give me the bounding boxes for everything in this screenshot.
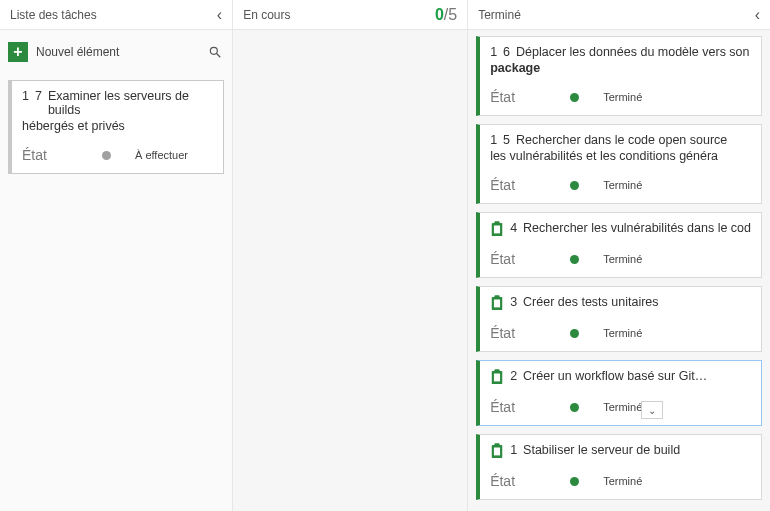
card-title: Créer des tests unitaires xyxy=(523,295,658,309)
clipboard-icon xyxy=(490,443,504,459)
card-index-1: 1 xyxy=(22,89,29,103)
plus-icon[interactable]: + xyxy=(8,42,28,62)
status-dot-icon xyxy=(102,151,111,160)
card-title-line2: les vulnérabilités et les conditions gén… xyxy=(490,149,751,163)
state-label: État xyxy=(490,251,546,267)
state-label: État xyxy=(490,399,546,415)
task-card[interactable]: 1 7 Examiner les serveurs de builds hébe… xyxy=(8,80,224,174)
card-title-bold: package xyxy=(490,61,751,75)
card-index-2: 5 xyxy=(503,133,510,147)
state-label: État xyxy=(490,89,546,105)
status-dot-icon xyxy=(570,477,579,486)
card-index-1: 1 xyxy=(490,133,497,147)
column-done-title: Terminé xyxy=(478,8,755,22)
svg-rect-9 xyxy=(495,369,500,373)
state-value: Terminé xyxy=(603,401,642,413)
new-item-label: Nouvel élément xyxy=(36,45,198,59)
state-value: Terminé xyxy=(603,253,642,265)
status-dot-icon xyxy=(570,93,579,102)
task-card[interactable]: 3 Créer des tests unitaires État Terminé xyxy=(476,286,762,352)
card-title: Créer un workflow basé sur Git… xyxy=(523,369,707,383)
status-dot-icon xyxy=(570,329,579,338)
card-index-2: 2 xyxy=(510,369,517,383)
done-cards: 1 6 Déplacer les données du modèle vers … xyxy=(468,30,770,506)
column-done: Terminé ‹ 1 6 Déplacer les données du mo… xyxy=(468,0,770,511)
column-todo: Liste des tâches ‹ + Nouvel élément 1 7 … xyxy=(0,0,233,511)
chevron-left-icon[interactable]: ‹ xyxy=(755,6,760,24)
column-todo-header: Liste des tâches ‹ xyxy=(0,0,232,30)
card-title: Rechercher les vulnérabilités dans le co… xyxy=(523,221,751,235)
card-index-2: 7 xyxy=(35,89,42,103)
svg-point-0 xyxy=(210,47,217,54)
svg-rect-12 xyxy=(495,443,500,447)
column-inprogress-title: En cours xyxy=(243,8,435,22)
new-item-row[interactable]: + Nouvel élément xyxy=(0,30,232,74)
svg-rect-10 xyxy=(494,374,500,382)
card-title: Rechercher dans le code open source xyxy=(516,133,727,147)
task-card[interactable]: 1 Stabiliser le serveur de build État Te… xyxy=(476,434,762,500)
status-dot-icon xyxy=(570,181,579,190)
card-index-2: 4 xyxy=(510,221,517,235)
state-value: Terminé xyxy=(603,327,642,339)
state-label: État xyxy=(490,177,546,193)
state-label: État xyxy=(490,473,546,489)
svg-rect-13 xyxy=(494,448,500,456)
state-label: État xyxy=(22,147,78,163)
card-title: Examiner les serveurs de builds xyxy=(48,89,213,117)
svg-line-1 xyxy=(217,54,221,58)
column-inprogress-header: En cours 0/5 xyxy=(233,0,467,30)
card-index-2: 1 xyxy=(510,443,517,457)
task-card[interactable]: 1 6 Déplacer les données du modèle vers … xyxy=(476,36,762,116)
card-index-2: 3 xyxy=(510,295,517,309)
svg-rect-7 xyxy=(494,300,500,308)
column-todo-title: Liste des tâches xyxy=(10,8,217,22)
svg-rect-3 xyxy=(495,221,500,225)
clipboard-icon xyxy=(490,369,504,385)
state-value: Terminé xyxy=(603,475,642,487)
todo-cards: 1 7 Examiner les serveurs de builds hébe… xyxy=(0,74,232,180)
card-index-2: 6 xyxy=(503,45,510,59)
chevron-left-icon[interactable]: ‹ xyxy=(217,6,222,24)
clipboard-icon xyxy=(490,295,504,311)
card-title: Stabiliser le serveur de build xyxy=(523,443,680,457)
status-dot-icon xyxy=(570,403,579,412)
search-icon[interactable] xyxy=(206,43,224,61)
card-title: Déplacer les données du modèle vers son xyxy=(516,45,749,59)
chevron-down-icon[interactable]: ⌄ xyxy=(641,401,663,419)
task-card[interactable]: 2 Créer un workflow basé sur Git… État T… xyxy=(476,360,762,426)
svg-rect-6 xyxy=(495,295,500,299)
card-title-line2: hébergés et privés xyxy=(22,119,213,133)
state-value: Terminé xyxy=(603,179,642,191)
state-label: État xyxy=(490,325,546,341)
inprogress-count: 0/5 xyxy=(435,6,457,24)
status-dot-icon xyxy=(570,255,579,264)
column-done-header: Terminé ‹ xyxy=(468,0,770,30)
state-value: Terminé xyxy=(603,91,642,103)
column-inprogress: En cours 0/5 xyxy=(233,0,468,511)
card-index-1: 1 xyxy=(490,45,497,59)
state-value: À effectuer xyxy=(135,149,188,161)
svg-rect-4 xyxy=(494,226,500,234)
clipboard-icon xyxy=(490,221,504,237)
task-card[interactable]: 1 5 Rechercher dans le code open source … xyxy=(476,124,762,204)
task-card[interactable]: 4 Rechercher les vulnérabilités dans le … xyxy=(476,212,762,278)
